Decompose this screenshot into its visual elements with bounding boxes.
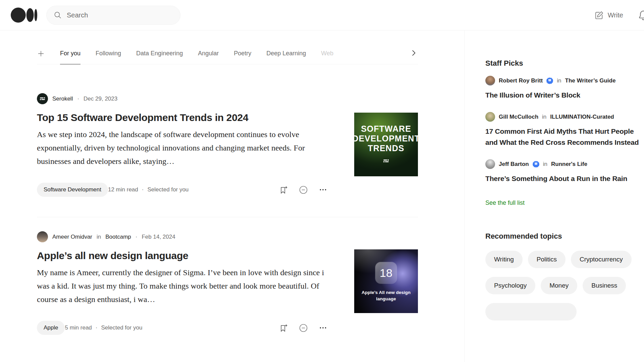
feed-story-2: Ameer Omidvar in Bootcamp · Feb 14, 2024… — [37, 217, 418, 335]
avatar[interactable] — [485, 112, 495, 122]
bookmark-add-button[interactable] — [279, 185, 288, 194]
topic-chip-cryptocurrency[interactable]: Cryptocurrency — [571, 251, 632, 268]
plus-icon — [37, 50, 45, 58]
publish-date: Feb 14, 2024 — [142, 234, 175, 240]
bookmark-add-button[interactable] — [279, 323, 288, 333]
bell-icon — [637, 9, 644, 21]
recommended-topics-heading: Recommended topics — [485, 232, 642, 241]
author-name[interactable]: Jeff Barton — [499, 161, 529, 168]
write-label: Write — [608, 11, 623, 19]
author-name[interactable]: Ameer Omidvar — [52, 234, 92, 240]
chevron-right-icon — [409, 49, 418, 57]
serokell-logo-icon — [40, 96, 45, 102]
tab-angular[interactable]: Angular — [198, 50, 219, 64]
ellipsis-icon — [319, 185, 327, 194]
author-name[interactable]: Serokell — [52, 96, 73, 102]
thumbnail-text-line: TRENDS — [368, 143, 405, 153]
story-1-byline: Serokell · Dec 29, 2023 — [37, 93, 327, 104]
tab-deep-learning[interactable]: Deep Learning — [266, 50, 306, 64]
pick-byline: Robert Roy Britt in The Writer’s Guide — [485, 76, 642, 85]
minus-circle-icon — [299, 323, 308, 333]
feed-tabs: For you Following Data Engineering Angul… — [37, 31, 418, 64]
medium-logo[interactable] — [11, 7, 38, 23]
sidebar-divider — [464, 31, 465, 362]
publication-name[interactable]: The Writer’s Guide — [565, 77, 616, 84]
minus-circle-icon — [299, 185, 308, 195]
see-full-list-link[interactable]: See the full list — [485, 199, 525, 206]
tab-following[interactable]: Following — [96, 50, 121, 64]
pick-title[interactable]: 17 Common First Aid Myths That Hurt Peop… — [485, 126, 642, 148]
in-word: in — [557, 77, 561, 84]
topic-chip-psychology[interactable]: Psychology — [485, 277, 535, 294]
story-excerpt[interactable]: My name is Ameer, currently the designer… — [37, 266, 327, 306]
avatar[interactable] — [37, 93, 48, 104]
feed-story-1: Serokell · Dec 29, 2023 Top 15 Software … — [37, 64, 418, 197]
story-title[interactable]: Apple’s all new design language — [37, 250, 327, 261]
meta-dot: · — [142, 186, 144, 193]
avatar[interactable] — [485, 76, 495, 85]
search-input[interactable] — [67, 11, 167, 19]
topic-chip-politics[interactable]: Politics — [528, 251, 566, 268]
selection-reason: Selected for you — [101, 324, 142, 331]
read-time: 12 min read — [108, 186, 138, 193]
header-actions: Write — [594, 0, 644, 31]
in-word: in — [542, 114, 546, 120]
story-1-meta: Software Development 12 min read · Selec… — [37, 183, 327, 197]
story-2-byline: Ameer Omidvar in Bootcamp · Feb 14, 2024 — [37, 231, 327, 242]
more-options-button[interactable] — [319, 323, 327, 332]
pick-title[interactable]: The Illusion of Writer’s Block — [485, 89, 642, 101]
byline-dot: · — [77, 96, 79, 102]
meta-dot: · — [96, 324, 98, 331]
staff-picks-heading: Staff Picks — [485, 31, 642, 68]
story-title[interactable]: Top 15 Software Development Trends in 20… — [37, 112, 327, 123]
story-excerpt[interactable]: As we step into 2024, the landscape of s… — [37, 128, 327, 168]
pick-byline: Jeff Barton in Runner's Life — [485, 159, 642, 169]
in-word: in — [97, 234, 101, 240]
more-options-button[interactable] — [319, 185, 327, 194]
top-nav-bar: Write — [0, 0, 644, 31]
tab-data-engineering[interactable]: Data Engineering — [136, 50, 183, 64]
topic-tag[interactable]: Software Development — [37, 183, 108, 197]
staff-pick-3: Jeff Barton in Runner's Life There’s Som… — [485, 159, 642, 184]
selection-reason: Selected for you — [147, 186, 189, 193]
tab-for-you[interactable]: For you — [60, 50, 80, 64]
tabs-scroll-right-button[interactable] — [409, 49, 418, 57]
story-2-meta: Apple 5 min read · Selected for you — [37, 321, 327, 335]
tab-web[interactable]: Web — [321, 50, 333, 64]
publication-name[interactable]: Bootcamp — [105, 234, 131, 240]
add-topic-button[interactable] — [37, 50, 45, 64]
story-thumbnail[interactable]: SOFTWARE DEVELOPMENT TRENDS — [354, 113, 418, 176]
member-badge-icon — [533, 161, 539, 168]
avatar[interactable] — [37, 231, 48, 242]
search-box — [46, 6, 180, 25]
write-button[interactable]: Write — [594, 10, 623, 20]
byline-dot: · — [136, 234, 138, 240]
publish-date: Dec 29, 2023 — [84, 96, 117, 102]
topic-chip-business[interactable]: Business — [583, 277, 626, 294]
topic-tag[interactable]: Apple — [37, 321, 65, 335]
notifications-button[interactable] — [637, 9, 644, 21]
right-sidebar: Staff Picks Robert Roy Britt in The Writ… — [485, 31, 642, 320]
search-icon — [53, 11, 62, 19]
thumbnail-text-line: SOFTWARE — [361, 124, 411, 134]
bookmark-plus-icon — [279, 323, 288, 333]
serokell-logo-icon — [383, 158, 389, 165]
story-thumbnail[interactable]: 18 Apple’s All new design language — [354, 249, 418, 313]
thumbnail-text-line: DEVELOPMENT — [352, 134, 420, 143]
show-less-button[interactable] — [299, 323, 308, 333]
avatar[interactable] — [485, 159, 495, 169]
publication-name[interactable]: Runner's Life — [551, 161, 587, 168]
medium-logo-icon — [11, 7, 38, 23]
topic-chip-writing[interactable]: Writing — [485, 251, 523, 268]
bookmark-plus-icon — [279, 185, 288, 194]
author-name[interactable]: Gill McCulloch — [499, 114, 538, 120]
tabs-fade-overlay — [379, 46, 408, 60]
pick-title[interactable]: There’s Something About a Run in the Rai… — [485, 173, 642, 184]
tab-poetry[interactable]: Poetry — [234, 50, 251, 64]
author-name[interactable]: Robert Roy Britt — [499, 77, 543, 84]
member-badge-icon — [546, 77, 553, 84]
publication-name[interactable]: ILLUMINATION-Curated — [550, 114, 614, 120]
topic-chip-money[interactable]: Money — [541, 277, 577, 294]
topic-chip-partial[interactable] — [485, 303, 577, 320]
show-less-button[interactable] — [299, 185, 308, 195]
